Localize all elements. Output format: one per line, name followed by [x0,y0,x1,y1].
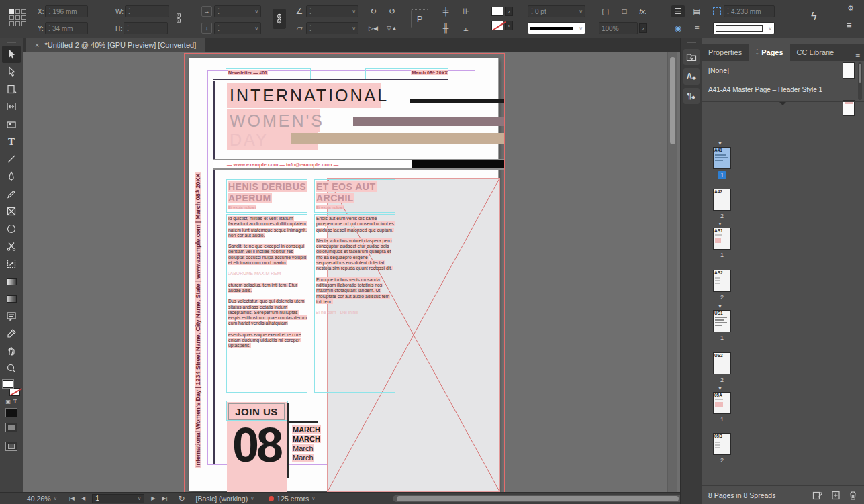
fill-white-swatch[interactable] [3,380,13,388]
stroke-swatch[interactable] [491,21,503,30]
master-row-a4[interactable]: A41-A4 Master Page – Header Style 1 [702,80,864,99]
corner-options-icon[interactable]: ▢ [599,5,612,17]
contact-strip[interactable]: — www.example.com — info@example.com — [213,159,504,170]
reference-point-proxy[interactable] [9,9,26,26]
fill-stroke-swatches[interactable] [3,380,20,396]
view-options-button[interactable] [5,423,17,432]
gradient-feather-tool[interactable] [2,290,21,307]
march-date-list[interactable]: MARCH MARCH March March [292,425,321,462]
pencil-tool[interactable] [2,185,21,203]
fill-swatch[interactable] [491,7,503,16]
corner-shape-icon[interactable]: □ [618,5,631,17]
masthead-left[interactable]: Newsletter — #01 [228,70,268,75]
first-page-button[interactable]: |◀ [69,495,75,501]
corner-radius-input[interactable] [731,8,772,15]
width-input[interactable] [132,8,166,15]
ellipse-tool[interactable] [2,220,21,238]
note-tool[interactable] [2,307,21,325]
canvas-pasteboard[interactable]: Newsletter — #01 March 08ᵗʰ 20XX Interna… [23,52,680,492]
page-thumbnail[interactable]: 05A [713,392,731,414]
align-distribute-icon-4[interactable]: ⫠ [459,22,473,34]
master-none-thumbnail[interactable] [843,62,855,79]
object-style-dropdown[interactable]: ∨ [713,22,775,34]
toolbar-grip[interactable] [7,42,16,43]
page-thumbnail[interactable]: US2 [713,352,731,374]
eyedropper-tool[interactable] [2,325,21,342]
character-styles-panel-icon[interactable]: A◆ [683,68,700,85]
scissors-tool[interactable] [2,238,21,255]
preflight-errors-control[interactable]: 125 errors∨ [269,495,315,503]
flip-vertical-icon[interactable]: ▽▲ [385,22,399,34]
text-wrap-none-icon[interactable]: ☰ [671,5,685,17]
zoom-tool[interactable] [2,360,21,377]
pen-tool[interactable] [2,168,21,185]
y-stepper[interactable]: ⌃⌄ [48,26,51,31]
align-distribute-icon-1[interactable]: ╪ [439,5,452,17]
text-wrap-around-icon[interactable]: ▤ [690,5,704,17]
title-bar-tan[interactable] [291,133,504,144]
x-input[interactable] [52,8,85,15]
shear-input[interactable] [314,25,350,32]
h-stepper[interactable]: ⌃⌄ [126,26,130,31]
scale-x-stepper[interactable]: ⌃⌄ [217,9,220,14]
rotate-ccw-icon[interactable]: ↺ [385,5,399,17]
quick-actions-lightning-icon[interactable]: ϟ [811,11,816,23]
link-scale-button[interactable] [273,9,286,29]
scale-x-dropdown-icon[interactable]: ∨ [252,9,258,15]
constrain-proportions-icon[interactable] [173,11,184,28]
col2-body-text[interactable]: Endis aut eum venis dis same poreperrume… [316,216,395,321]
page-thumbnail[interactable]: AS2 [713,270,731,292]
effects-fx-icon[interactable]: fx. [636,5,650,17]
panel-menu-icon[interactable]: ≡ [851,52,864,61]
control-menu-icon[interactable]: ≡ [847,20,852,30]
screen-mode-button[interactable] [5,442,17,451]
stroke-weight-input[interactable] [535,8,577,15]
w-stepper[interactable]: ⌃⌄ [128,9,131,14]
rotation-dropdown-icon[interactable]: ∨ [350,9,356,15]
page-thumbnail[interactable]: 05B [713,433,731,455]
shear-stepper[interactable]: ⌃⌄ [309,26,312,31]
new-page-icon[interactable] [831,491,841,500]
col1-heading[interactable]: HENIS DERIBUS APERUM [228,181,307,204]
gap-tool[interactable] [2,98,21,115]
canvas-vertical-scrollbar[interactable] [667,52,677,492]
edit-page-size-icon[interactable] [812,491,823,500]
dock-grip[interactable] [687,42,696,44]
title-line-2[interactable]: WOMEN'S [227,109,320,132]
rotate-cw-icon[interactable]: ↻ [367,5,380,17]
canvas-horizontal-scrollbar[interactable] [393,495,685,502]
preflight-refresh-icon[interactable]: ↻ [179,494,185,503]
title-bar-mauve[interactable] [353,117,504,126]
gradient-swatch-tool[interactable] [2,272,21,290]
align-distribute-icon-2[interactable]: ⊪ [459,5,473,17]
fill-options-button[interactable]: › [505,7,513,16]
page-thumbnail[interactable]: A42 [713,189,731,211]
tab-close-icon[interactable]: × [35,41,39,49]
flip-horizontal-icon[interactable]: ▷◀ [367,22,380,34]
last-page-button[interactable]: ▶| [162,495,167,501]
masters-scrollbar[interactable] [858,62,862,100]
opacity-options-button[interactable]: › [639,23,647,33]
y-input[interactable] [52,25,85,32]
stroke-style-dropdown[interactable]: ∨ [528,22,585,34]
paragraph-styles-panel-icon[interactable]: ¶◆ [683,88,700,104]
cc-libraries-panel-icon[interactable] [683,49,700,65]
stroke-options-button[interactable]: › [505,21,513,30]
tab-pages[interactable]: ⌃⌄ Pages [749,44,789,61]
type-tool[interactable]: T [2,133,21,150]
rectangle-frame-tool[interactable] [2,203,21,220]
content-collector-tool[interactable] [2,115,21,133]
horizontal-scrollbar-thumb[interactable] [397,496,679,501]
panel-section-divider[interactable] [702,101,864,107]
free-transform-tool[interactable] [2,255,21,272]
formatting-affects-container-icon[interactable]: ▣ [6,399,11,405]
frame-fitting-icon[interactable]: ≡ [690,22,704,34]
delete-page-trash-icon[interactable] [849,491,857,500]
x-stepper[interactable]: ⌃⌄ [48,9,51,14]
document-page[interactable]: Newsletter — #01 March 08ᵗʰ 20XX Interna… [189,58,499,491]
stroke-weight-dropdown-icon[interactable]: ∨ [577,9,583,15]
height-input[interactable] [131,25,165,32]
vertical-scrollbar-thumb[interactable] [670,57,675,144]
side-vertical-text[interactable]: International Women's Day | 1234 Street … [195,172,201,468]
scale-y-input[interactable] [222,25,252,32]
